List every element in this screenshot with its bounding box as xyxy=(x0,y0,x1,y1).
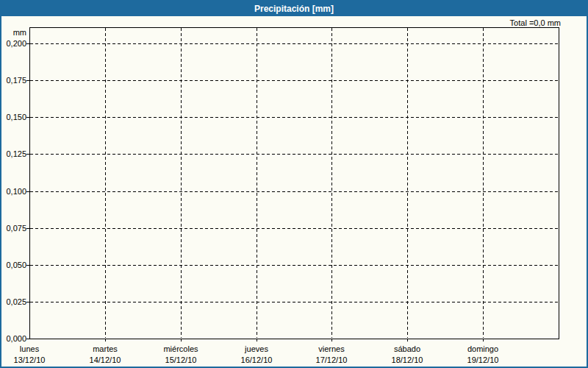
x-date-label: 17/12/10 xyxy=(291,355,372,364)
y-axis-unit-label: mm xyxy=(1,28,26,37)
x-day-label: martes xyxy=(65,344,146,353)
x-date-label: 15/12/10 xyxy=(140,355,221,364)
y-tick-label: 0,150 xyxy=(1,113,26,121)
total-label: Total =0,0 mm xyxy=(510,18,561,27)
x-date-label: 16/12/10 xyxy=(216,355,297,364)
y-tick-label: 0,075 xyxy=(1,224,26,233)
y-tick-label: 0,000 xyxy=(1,334,26,343)
y-tick-label: 0,175 xyxy=(1,76,26,85)
x-day-label: viernes xyxy=(291,344,372,353)
x-day-label: miércoles xyxy=(140,344,221,353)
x-date-label: 19/12/10 xyxy=(442,355,523,364)
x-day-label: sábado xyxy=(367,344,448,353)
x-day-label: lunes xyxy=(0,344,70,353)
x-day-label: domingo xyxy=(442,344,523,353)
y-tick-label: 0,025 xyxy=(1,297,26,306)
y-tick-label: 0,100 xyxy=(1,187,26,196)
chart-title-bar: Precipitación [mm] xyxy=(1,1,587,16)
plot-border xyxy=(30,28,559,339)
y-tick-label: 0,050 xyxy=(1,261,26,269)
x-date-label: 18/12/10 xyxy=(367,355,448,364)
precipitation-plot xyxy=(1,16,587,367)
chart-area: Total =0,0 mm mm 0,2000,1750,1500,1250,1… xyxy=(1,16,587,367)
x-date-label: 13/12/10 xyxy=(0,355,70,364)
chart-window: Precipitación [mm] Total =0,0 mm mm 0,20… xyxy=(0,0,588,368)
chart-title: Precipitación [mm] xyxy=(254,4,334,14)
y-tick-label: 0,200 xyxy=(1,39,26,48)
x-day-label: jueves xyxy=(216,344,297,353)
y-tick-label: 0,125 xyxy=(1,149,26,158)
x-date-label: 14/12/10 xyxy=(65,355,146,364)
